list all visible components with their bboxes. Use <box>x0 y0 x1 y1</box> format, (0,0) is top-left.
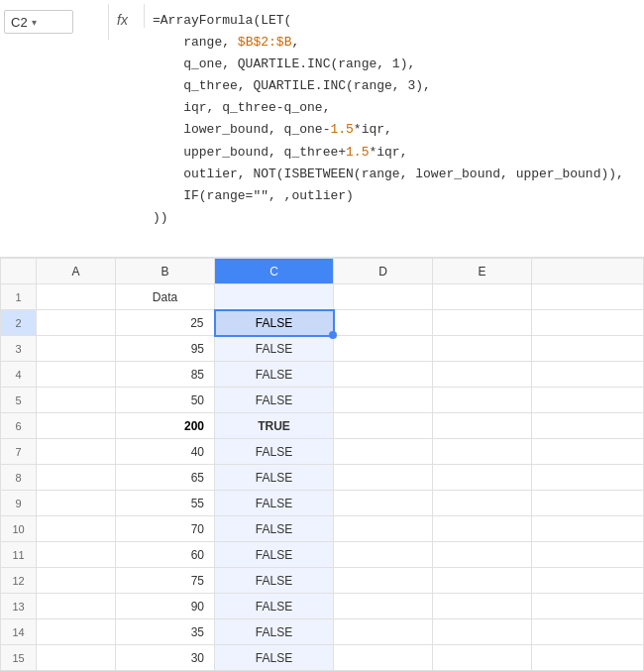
table-row[interactable]: 1275FALSE <box>1 568 644 594</box>
cell-a[interactable] <box>37 619 116 645</box>
cell-e[interactable] <box>433 284 532 310</box>
col-header-a[interactable]: A <box>37 259 116 284</box>
cell-a[interactable] <box>37 645 116 671</box>
cell-a[interactable] <box>37 542 116 568</box>
cell-c[interactable]: FALSE <box>215 439 334 465</box>
cell-c[interactable] <box>215 284 334 310</box>
cell-d[interactable] <box>334 516 433 542</box>
cell-a[interactable] <box>37 388 116 413</box>
cell-e[interactable] <box>433 619 532 645</box>
cell-e[interactable] <box>433 491 532 516</box>
table-row[interactable]: 1070FALSE <box>1 516 644 542</box>
cell-d[interactable] <box>334 594 433 619</box>
cell-a[interactable] <box>37 516 116 542</box>
cell-a[interactable] <box>37 465 116 491</box>
cell-c[interactable]: FALSE <box>215 619 334 645</box>
cell-b[interactable]: Data <box>116 284 215 310</box>
cell-c[interactable]: FALSE <box>215 594 334 619</box>
cell-a[interactable] <box>37 413 116 439</box>
cell-c[interactable]: FALSE <box>215 568 334 594</box>
table-row[interactable]: 1160FALSE <box>1 542 644 568</box>
cell-a[interactable] <box>37 362 116 388</box>
cell-e[interactable] <box>433 516 532 542</box>
cell-b[interactable]: 60 <box>116 542 215 568</box>
cell-c[interactable]: FALSE <box>215 542 334 568</box>
cell-e[interactable] <box>433 413 532 439</box>
cell-a[interactable] <box>37 594 116 619</box>
cell-e[interactable] <box>433 594 532 619</box>
cell-e[interactable] <box>433 465 532 491</box>
cell-extra <box>532 284 644 310</box>
table-row[interactable]: 6200TRUE <box>1 413 644 439</box>
cell-c[interactable]: FALSE <box>215 465 334 491</box>
table-row[interactable]: 225FALSE <box>1 310 644 336</box>
cell-a[interactable] <box>37 568 116 594</box>
cell-b[interactable]: 95 <box>116 336 215 362</box>
cell-c[interactable]: FALSE <box>215 336 334 362</box>
cell-b[interactable]: 25 <box>116 310 215 336</box>
cell-e[interactable] <box>433 542 532 568</box>
cell-b[interactable]: 75 <box>116 568 215 594</box>
cell-e[interactable] <box>433 568 532 594</box>
table-row[interactable]: 550FALSE <box>1 388 644 413</box>
cell-e[interactable] <box>433 645 532 671</box>
table-row[interactable]: 1435FALSE <box>1 619 644 645</box>
formula-content[interactable]: =ArrayFormula(LET( range, $B$2:$B, q_one… <box>145 4 644 235</box>
col-header-c[interactable]: C <box>215 259 334 284</box>
cell-e[interactable] <box>433 362 532 388</box>
cell-d[interactable] <box>334 645 433 671</box>
cell-e[interactable] <box>433 336 532 362</box>
cell-b[interactable]: 90 <box>116 594 215 619</box>
dropdown-caret[interactable]: ▾ <box>32 17 37 28</box>
cell-b[interactable]: 40 <box>116 439 215 465</box>
cell-a[interactable] <box>37 491 116 516</box>
table-row[interactable]: 1Data <box>1 284 644 310</box>
cell-c[interactable]: FALSE <box>215 516 334 542</box>
cell-e[interactable] <box>433 310 532 336</box>
cell-e[interactable] <box>433 388 532 413</box>
cell-b[interactable]: 30 <box>116 645 215 671</box>
cell-d[interactable] <box>334 439 433 465</box>
cell-a[interactable] <box>37 284 116 310</box>
cell-d[interactable] <box>334 568 433 594</box>
cell-a[interactable] <box>37 336 116 362</box>
cell-c[interactable]: TRUE <box>215 413 334 439</box>
cell-c[interactable]: FALSE <box>215 388 334 413</box>
cell-d[interactable] <box>334 362 433 388</box>
cell-e[interactable] <box>433 439 532 465</box>
cell-c[interactable]: FALSE <box>215 362 334 388</box>
table-row[interactable]: 485FALSE <box>1 362 644 388</box>
cell-d[interactable] <box>334 310 433 336</box>
table-row[interactable]: 395FALSE <box>1 336 644 362</box>
cell-d[interactable] <box>334 491 433 516</box>
cell-b[interactable]: 200 <box>116 413 215 439</box>
cell-d[interactable] <box>334 413 433 439</box>
cell-b[interactable]: 70 <box>116 516 215 542</box>
cell-a[interactable] <box>37 439 116 465</box>
cell-d[interactable] <box>334 542 433 568</box>
cell-c[interactable]: FALSE <box>215 645 334 671</box>
col-header-e[interactable]: E <box>433 259 532 284</box>
selection-handle[interactable] <box>329 331 337 339</box>
col-header-b[interactable]: B <box>116 259 215 284</box>
cell-b[interactable]: 85 <box>116 362 215 388</box>
cell-b[interactable]: 50 <box>116 388 215 413</box>
cell-b[interactable]: 55 <box>116 491 215 516</box>
cell-c[interactable]: FALSE <box>215 491 334 516</box>
table-row[interactable]: 1390FALSE <box>1 594 644 619</box>
table-row[interactable]: 740FALSE <box>1 439 644 465</box>
col-header-d[interactable]: D <box>334 259 433 284</box>
cell-d[interactable] <box>334 284 433 310</box>
cell-b[interactable]: 65 <box>116 465 215 491</box>
cell-ref-box[interactable]: C2 ▾ <box>4 10 73 34</box>
cell-d[interactable] <box>334 336 433 362</box>
cell-a[interactable] <box>37 310 116 336</box>
cell-b[interactable]: 35 <box>116 619 215 645</box>
table-row[interactable]: 955FALSE <box>1 491 644 516</box>
table-row[interactable]: 865FALSE <box>1 465 644 491</box>
cell-d[interactable] <box>334 388 433 413</box>
table-row[interactable]: 1530FALSE <box>1 645 644 671</box>
cell-d[interactable] <box>334 619 433 645</box>
cell-c[interactable]: FALSE <box>215 310 334 336</box>
cell-d[interactable] <box>334 465 433 491</box>
